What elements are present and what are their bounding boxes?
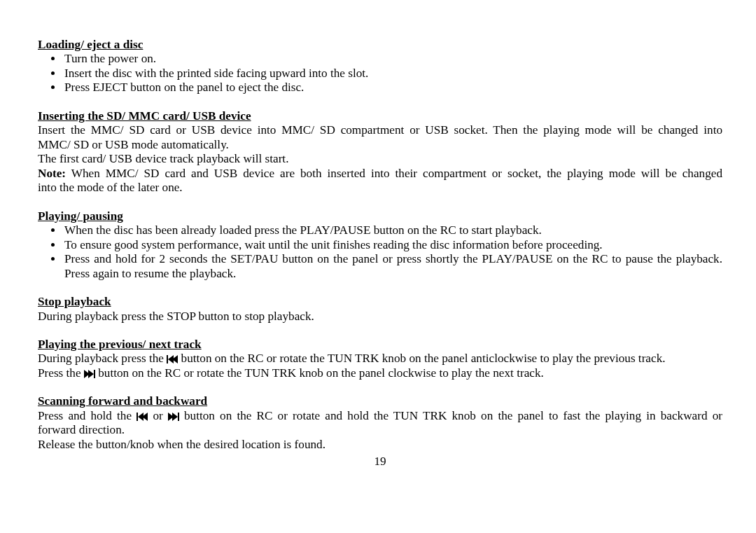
heading-stop-playback: Stop playback bbox=[38, 295, 722, 309]
note-text: Note: When MMC/ SD card and USB device a… bbox=[38, 167, 722, 181]
skip-previous-icon bbox=[167, 353, 178, 361]
skip-next-icon bbox=[168, 410, 179, 419]
svg-marker-10 bbox=[172, 413, 178, 421]
list-item: Press and hold for 2 seconds the SET/PAU… bbox=[63, 252, 722, 281]
body-text: The first card/ USB device track playbac… bbox=[38, 152, 722, 166]
svg-rect-6 bbox=[136, 413, 138, 421]
heading-inserting-card: Inserting the SD/ MMC card/ USB device bbox=[38, 109, 722, 123]
body-text: During playback press the STOP button to… bbox=[38, 310, 722, 324]
skip-next-icon bbox=[84, 368, 95, 376]
body-text: When MMC/ SD card and USB device are bot… bbox=[66, 167, 722, 180]
text-span: button on the RC or rotate the TUN TRK k… bbox=[178, 352, 665, 365]
heading-loading-eject: Loading/ eject a disc bbox=[38, 38, 722, 52]
body-text: During playback press the button on the … bbox=[38, 352, 722, 366]
svg-marker-4 bbox=[88, 370, 94, 378]
list-loading-eject: Turn the power on. Insert the disc with … bbox=[38, 52, 722, 95]
list-playing-pausing: When the disc has been already loaded pr… bbox=[38, 223, 722, 281]
text-span: button on the RC or rotate the TUN TRK k… bbox=[95, 366, 544, 380]
list-item: When the disc has been already loaded pr… bbox=[63, 223, 722, 237]
text-span: button on the RC or rotate and hold the … bbox=[179, 409, 722, 422]
svg-rect-0 bbox=[167, 355, 168, 364]
list-item: Insert the disc with the printed side fa… bbox=[63, 67, 722, 81]
body-text: into the mode of the later one. bbox=[38, 181, 722, 195]
list-item: Press EJECT button on the panel to eject… bbox=[63, 81, 722, 95]
body-text: Release the button/knob when the desired… bbox=[38, 438, 722, 452]
text-span: Press the bbox=[38, 366, 84, 380]
heading-playing-pausing: Playing/ pausing bbox=[38, 209, 722, 223]
page-number: 19 bbox=[38, 455, 722, 469]
text-span: During playback press the bbox=[38, 352, 167, 365]
list-item: To ensure good system performance, wait … bbox=[63, 238, 722, 252]
text-span: Press and hold the bbox=[38, 409, 136, 422]
heading-scanning: Scanning forward and backward bbox=[38, 394, 722, 408]
body-text: Press the button on the RC or rotate the… bbox=[38, 366, 722, 380]
note-label: Note: bbox=[38, 167, 66, 180]
manual-page: Loading/ eject a disc Turn the power on.… bbox=[0, 0, 756, 533]
heading-prev-next-track: Playing the previous/ next track bbox=[38, 338, 722, 352]
list-item: Turn the power on. bbox=[63, 52, 722, 66]
body-text: Press and hold the or button on the RC o… bbox=[38, 409, 722, 423]
body-text: MMC/ SD or USB mode automatically. bbox=[38, 138, 722, 152]
body-text: forward direction. bbox=[38, 423, 722, 437]
text-span: or bbox=[148, 409, 168, 422]
body-text: Insert the MMC/ SD card or USB device in… bbox=[38, 123, 722, 137]
skip-previous-icon bbox=[136, 410, 148, 419]
